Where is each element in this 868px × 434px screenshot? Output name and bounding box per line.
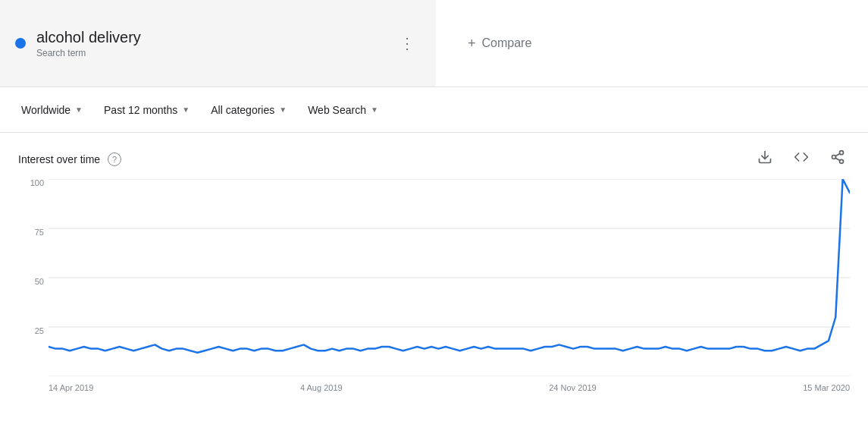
categories-filter-label: All categories (211, 104, 274, 116)
categories-chevron-icon: ▼ (279, 105, 287, 114)
search-term-name: alcohol delivery (36, 29, 141, 46)
location-filter-label: Worldwide (21, 104, 71, 116)
embed-icon[interactable] (789, 145, 813, 173)
x-label-aug: 4 Aug 2019 (300, 383, 343, 392)
chart-title: Interest over time (18, 153, 100, 165)
time-filter[interactable]: Past 12 months ▼ (95, 98, 199, 122)
download-icon[interactable] (753, 145, 777, 173)
search-term-text: alcohol delivery Search term (36, 29, 141, 58)
location-chevron-icon: ▼ (75, 105, 83, 114)
y-label-25: 25 (18, 327, 49, 335)
compare-label: Compare (482, 36, 532, 50)
time-chevron-icon: ▼ (182, 105, 190, 114)
compare-button[interactable]: + Compare (459, 30, 541, 58)
y-axis: 100 75 50 25 (18, 179, 49, 376)
y-label-50: 50 (18, 278, 49, 286)
filter-bar: Worldwide ▼ Past 12 months ▼ All categor… (0, 87, 868, 133)
y-label-100: 100 (18, 179, 49, 187)
svg-line-4 (835, 158, 840, 160)
search-type-chevron-icon: ▼ (371, 105, 378, 114)
search-dot (15, 38, 26, 49)
location-filter[interactable]: Worldwide ▼ (12, 98, 92, 122)
search-type-filter[interactable]: Web Search ▼ (299, 98, 387, 122)
y-label-75: 75 (18, 228, 49, 237)
chart-header: Interest over time ? (18, 145, 850, 173)
x-label-apr: 14 Apr 2019 (49, 383, 93, 392)
help-icon[interactable]: ? (108, 153, 121, 166)
search-term-label: Search term (36, 48, 141, 58)
x-label-mar: 15 Mar 2020 (803, 383, 850, 392)
share-icon[interactable] (826, 145, 850, 173)
x-label-nov: 24 Nov 2019 (549, 383, 596, 392)
search-term-menu-icon[interactable]: ⋮ (393, 28, 421, 58)
header-area: alcohol delivery Search term ⋮ + Compare (0, 0, 868, 87)
time-filter-label: Past 12 months (104, 104, 177, 116)
compare-plus-icon: + (468, 36, 476, 52)
chart-title-group: Interest over time ? (18, 153, 121, 166)
chart-plot (49, 179, 850, 376)
x-axis: 14 Apr 2019 4 Aug 2019 24 Nov 2019 15 Ma… (49, 376, 850, 399)
chart-section: Interest over time ? (0, 133, 868, 399)
chart-container: 100 75 50 25 14 Apr 2019 4 Aug 2019 24 (18, 179, 850, 399)
svg-line-5 (835, 153, 840, 156)
search-type-filter-label: Web Search (308, 104, 366, 116)
compare-area: + Compare (436, 0, 868, 86)
categories-filter[interactable]: All categories ▼ (202, 98, 296, 122)
chart-actions (753, 145, 850, 173)
search-term-card: alcohol delivery Search term ⋮ (0, 0, 436, 86)
